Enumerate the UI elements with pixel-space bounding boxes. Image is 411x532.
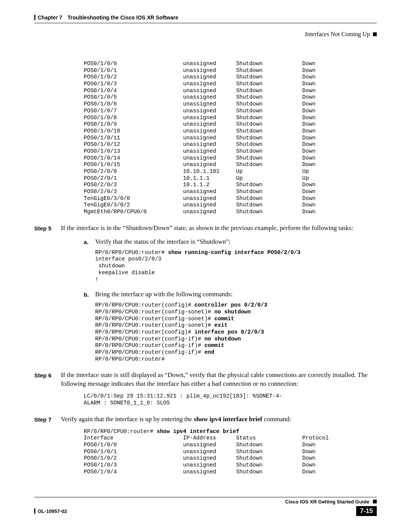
step5a: a. Verify that the status of the interfa… xyxy=(34,238,377,246)
square-icon xyxy=(373,32,377,36)
step6-output: LC/0/0/1:Sep 29 15:31:12.921 : plim_4p_o… xyxy=(84,393,377,406)
footer-docid: OL-10957-02 xyxy=(38,508,67,514)
step6-body: If the interface state is still displaye… xyxy=(61,371,377,388)
step7-body: Verify again that the interface is up by… xyxy=(61,415,377,424)
footer-bar-icon xyxy=(34,508,35,514)
footer-guide-text: Cisco IOS XR Getting Started Guide xyxy=(285,499,369,505)
header-right: Interfaces Not Coming Up xyxy=(34,31,377,38)
header-bar-icon xyxy=(34,15,35,20)
page-footer: Cisco IOS XR Getting Started Guide OL-10… xyxy=(34,497,377,516)
footer-guide: Cisco IOS XR Getting Started Guide xyxy=(34,497,377,505)
footer-square-icon xyxy=(373,500,377,503)
header-left: Chapter 7 Troubleshooting the Cisco IOS … xyxy=(34,14,178,21)
step5a-cmd: show running-config interface POS0/2/0/3 xyxy=(168,249,300,256)
content: POS0/1/0/0 unassigned Shutdown Down POS0… xyxy=(34,61,377,475)
step5a-output: interface pos0/2/0/3 shutdown keepalive … xyxy=(95,256,161,282)
step7-text-before: Verify again that the interface is up by… xyxy=(61,415,194,423)
step5b-text: Bring the interface up with the followin… xyxy=(95,291,377,298)
step7-text-after: command: xyxy=(262,415,291,423)
page: Chapter 7 Troubleshooting the Cisco IOS … xyxy=(0,0,411,532)
footer-left: OL-10957-02 xyxy=(34,508,67,514)
step7-label: Step 7 xyxy=(34,415,61,424)
chapter-label: Chapter 7 xyxy=(38,14,62,21)
step7-cmd: show ipv4 interface brief xyxy=(156,428,239,435)
step7-bold-cmd: show ipv4 interface brief xyxy=(194,415,262,423)
step5b-cli: RP/0/RP0/CPU0:router(config)# controller… xyxy=(95,302,377,363)
step5a-prompt: RP/0/RP0/CPU0:router# xyxy=(95,249,168,256)
chapter-title: Troubleshooting the Cisco IOS XR Softwar… xyxy=(68,14,178,21)
step7-prompt: RP/0/RP0/CPU0:router# xyxy=(84,428,156,435)
step5b: b. Bring the interface up with the follo… xyxy=(34,291,377,298)
step5-label: Step 5 xyxy=(34,224,61,233)
step7: Step 7 Verify again that the interface i… xyxy=(34,415,377,424)
step6: Step 6 If the interface state is still d… xyxy=(34,371,377,388)
page-number: 7-15 xyxy=(356,506,377,516)
page-header: Chapter 7 Troubleshooting the Cisco IOS … xyxy=(34,14,377,21)
step5-body: If the interface is in the “Shutdown/Dow… xyxy=(61,224,377,233)
step5b-label: b. xyxy=(84,291,95,298)
footer-row: OL-10957-02 7-15 xyxy=(34,506,377,516)
header-rule xyxy=(34,23,377,23)
step5a-text: Verify that the status of the interface … xyxy=(95,238,377,246)
interface-table-top: POS0/1/0/0 unassigned Shutdown Down POS0… xyxy=(84,61,377,216)
step7-output: Interface IP-Address Status Protocol POS… xyxy=(84,435,329,474)
step6-label: Step 6 xyxy=(34,371,61,388)
step5a-label: a. xyxy=(84,238,95,246)
step5: Step 5 If the interface is in the “Shutd… xyxy=(34,224,377,233)
step7-cli: RP/0/RP0/CPU0:router# show ipv4 interfac… xyxy=(84,428,377,476)
step5a-cli: RP/0/RP0/CPU0:router# show running-confi… xyxy=(95,249,377,283)
section-title: Interfaces Not Coming Up xyxy=(305,31,370,38)
